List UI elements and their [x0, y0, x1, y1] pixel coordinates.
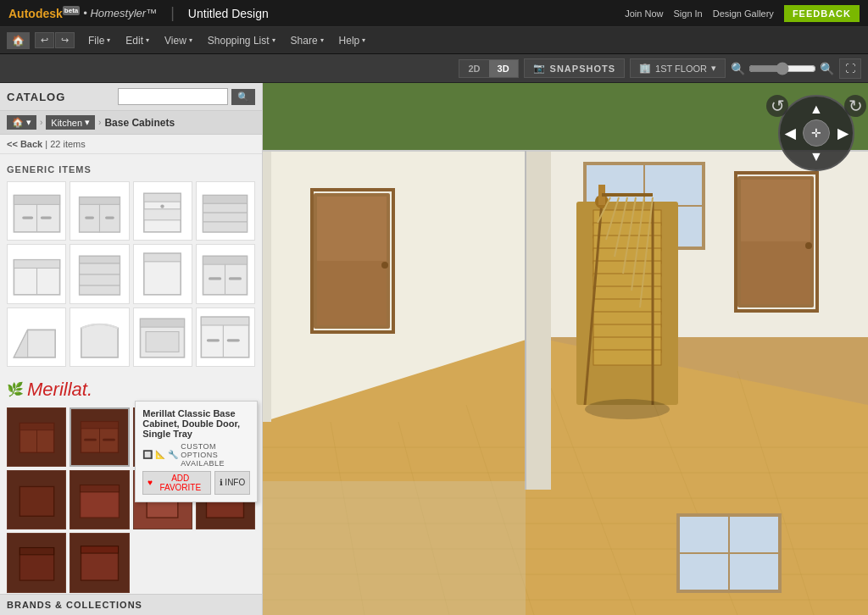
nav-center-button[interactable]: ✛: [803, 119, 830, 147]
zoom-in-icon[interactable]: 🔍: [820, 62, 834, 75]
catalog-item-10[interactable]: [70, 308, 129, 367]
breadcrumb-kitchen[interactable]: Kitchen ▾: [46, 115, 95, 130]
svg-point-14: [160, 204, 164, 208]
svg-rect-19: [203, 222, 248, 232]
add-favorite-button[interactable]: ♥ ADD FAVORITE: [142, 471, 211, 495]
sign-in-link[interactable]: Sign In: [673, 8, 702, 19]
search-button[interactable]: 🔍: [231, 89, 255, 105]
menu-bar: 🏠 ↩ ↪ File ▾ Edit ▾ View ▾ Shopping List…: [0, 27, 868, 54]
catalog-item-3[interactable]: [133, 181, 192, 241]
floor-selector[interactable]: 🏢 1ST FLOOR ▾: [630, 58, 726, 78]
catalog-item-8[interactable]: [196, 244, 255, 303]
brand-section: 🌿 Merillat.: [7, 375, 255, 593]
nav-up-button[interactable]: ▲: [810, 102, 823, 117]
svg-rect-39: [202, 317, 249, 325]
catalog-info: << Back | 22 items: [0, 135, 262, 154]
breadcrumb-home[interactable]: 🏠 ▾: [7, 115, 36, 130]
back-link[interactable]: << Back: [7, 139, 42, 149]
brand-item-10[interactable]: [70, 533, 129, 592]
svg-rect-41: [207, 339, 220, 341]
nav-down-button[interactable]: ▼: [810, 149, 823, 164]
search-input[interactable]: [118, 88, 228, 105]
menu-shopping[interactable]: Shopping List ▾: [201, 31, 282, 50]
view-3d-button[interactable]: 3D: [489, 60, 518, 77]
svg-rect-17: [203, 203, 248, 213]
undo-button[interactable]: ↩: [35, 32, 54, 48]
tooltip-icon-1: 🔲: [142, 450, 153, 459]
home-icon: 🏠: [12, 117, 24, 128]
catalog-item-11[interactable]: [133, 308, 192, 367]
svg-rect-18: [203, 213, 248, 222]
svg-rect-58: [80, 485, 119, 491]
catalog-item-12[interactable]: [196, 308, 255, 367]
fullscreen-button[interactable]: ⛶: [839, 58, 861, 79]
tooltip-title: Merillat Classic Base Cabinet, Double Do…: [142, 408, 250, 439]
info-button[interactable]: ℹ INFO: [214, 471, 250, 495]
svg-rect-31: [203, 256, 248, 264]
zoom-slider[interactable]: [748, 62, 816, 75]
top-bar-right: Join Now Sign In Design Gallery FEEDBACK: [625, 5, 860, 22]
snapshots-button[interactable]: 📷 SNAPSHOTS: [524, 58, 625, 78]
brand-item-9[interactable]: [7, 533, 66, 592]
svg-rect-3: [22, 216, 33, 219]
kitchen-arrow: ▾: [85, 117, 90, 128]
menu-view[interactable]: View ▾: [158, 31, 199, 50]
tooltip-icon-2: 📐: [155, 450, 165, 459]
home-button[interactable]: 🏠: [7, 32, 30, 49]
feedback-button[interactable]: FEEDBACK: [784, 5, 860, 22]
catalog-item-1[interactable]: [7, 181, 66, 241]
view-2d-button[interactable]: 2D: [459, 60, 488, 77]
title-divider: |: [170, 4, 175, 22]
catalog-item-5[interactable]: [7, 244, 66, 303]
svg-rect-21: [14, 260, 59, 269]
catalog-item-6[interactable]: [70, 244, 129, 303]
svg-rect-9: [85, 216, 94, 219]
svg-marker-134: [263, 481, 526, 615]
menu-help[interactable]: Help ▾: [332, 31, 373, 50]
svg-rect-10: [105, 216, 114, 219]
brand-item-2[interactable]: Merillat Classic Base Cabinet, Double Do…: [70, 407, 129, 467]
svg-rect-117: [593, 350, 661, 365]
menu-file[interactable]: File ▾: [81, 31, 117, 50]
zoom-out-icon[interactable]: 🔍: [731, 62, 745, 75]
brand-item-5[interactable]: [7, 470, 66, 529]
catalog-item-7[interactable]: [133, 244, 192, 303]
svg-rect-26: [80, 274, 120, 285]
menu-share[interactable]: Share ▾: [284, 31, 331, 50]
nav-left-button[interactable]: ◀: [785, 125, 795, 141]
redo-button[interactable]: ↪: [55, 32, 75, 48]
rotate-left-button[interactable]: ↺: [766, 95, 788, 117]
join-now-link[interactable]: Join Now: [625, 8, 663, 19]
svg-marker-85: [526, 151, 551, 490]
catalog-item-2[interactable]: [70, 181, 129, 241]
autodesk-name: Autodeskbeta: [8, 7, 80, 20]
brand-item-6[interactable]: [70, 470, 129, 529]
brand-item-1[interactable]: [7, 407, 66, 467]
breadcrumb-current: Base Cabinets: [104, 117, 175, 129]
generic-items-grid: [7, 181, 255, 367]
menu-edit[interactable]: Edit ▾: [119, 31, 156, 50]
svg-rect-13: [144, 208, 181, 219]
catalog-header: CATALOG 🔍: [0, 83, 262, 111]
brand-items-grid: Merillat Classic Base Cabinet, Double Do…: [7, 407, 255, 593]
info-icon: ℹ: [220, 478, 223, 487]
svg-rect-25: [80, 263, 120, 274]
breadcrumb: 🏠 ▾ › Kitchen ▾ › Base Cabinets: [0, 111, 262, 135]
design-title: Untitled Design: [188, 7, 269, 20]
catalog-item-9[interactable]: [7, 308, 66, 367]
item-count: | 22 items: [45, 139, 86, 149]
design-gallery-link[interactable]: Design Gallery: [713, 8, 774, 19]
nav-right-button[interactable]: ▶: [837, 125, 848, 141]
brand-logo: Autodeskbeta • Homestyler™: [8, 7, 157, 20]
svg-rect-50: [103, 439, 115, 441]
room-svg: [263, 83, 868, 615]
catalog-item-4[interactable]: [196, 181, 255, 241]
main-area: CATALOG 🔍 🏠 ▾ › Kitchen ▾ › Base Cabinet…: [0, 83, 868, 615]
rotate-right-button[interactable]: ↻: [844, 95, 866, 117]
svg-rect-27: [80, 285, 120, 295]
generic-items-label: GENERIC ITEMS: [7, 164, 255, 175]
svg-rect-63: [19, 548, 53, 555]
merillat-logo: Merillat.: [27, 379, 92, 401]
undo-redo-group: ↩ ↪: [35, 32, 75, 48]
canvas-area[interactable]: ▲ ▼ ◀ ▶ ✛ ↺ ↻: [263, 83, 868, 615]
